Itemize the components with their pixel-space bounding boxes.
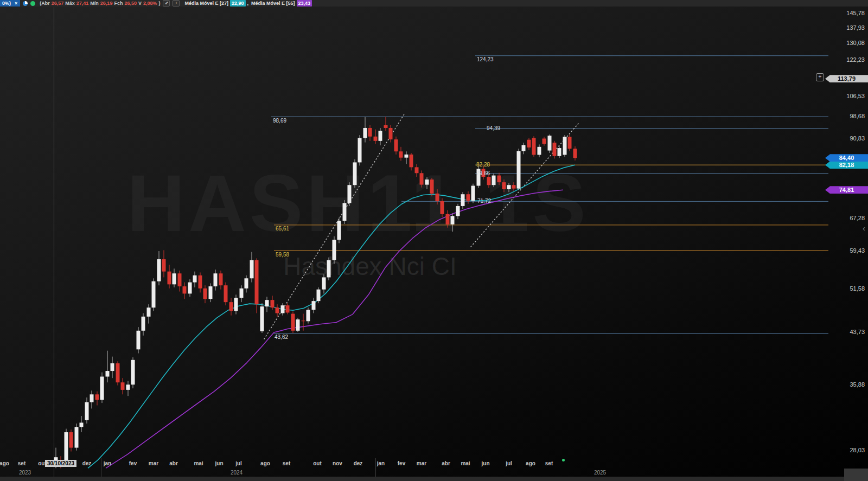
y-axis-tick-label[interactable]: 51,58	[829, 285, 865, 292]
candlestick	[219, 273, 223, 285]
candlestick	[487, 177, 491, 185]
panel-collapse-handle[interactable]: ‹	[863, 223, 865, 233]
candlestick	[65, 432, 68, 462]
candlestick	[548, 136, 552, 150]
candlestick	[507, 185, 511, 189]
candlestick	[271, 300, 275, 307]
x-axis-month-label[interactable]: set	[18, 460, 25, 466]
moving-average-line	[106, 190, 563, 468]
ma27-price-badge: 82,18	[825, 161, 868, 169]
add-indicator-button[interactable]: +	[173, 0, 180, 7]
candlestick	[214, 273, 218, 286]
high-label: Máx	[65, 0, 75, 7]
y-axis-tick-label[interactable]: 43,73	[829, 329, 865, 335]
x-axis-month-label[interactable]: ago	[260, 460, 270, 466]
y-axis-tick-label[interactable]: 28,03	[829, 447, 865, 453]
ma55-label: Média Móvel E [55]	[251, 0, 295, 7]
x-axis-month-label[interactable]: jul	[506, 460, 512, 466]
crosshair-price-badge: 113,79	[825, 75, 868, 82]
y-axis-tick-label[interactable]: 106,53	[829, 93, 865, 99]
close-paren: )	[158, 0, 160, 7]
x-axis-month-label[interactable]: ago	[526, 460, 535, 466]
candlestick	[522, 145, 526, 151]
candlestick	[446, 214, 450, 225]
x-axis-month-label[interactable]: jan	[104, 460, 111, 466]
candlestick	[307, 310, 310, 321]
y-axis-tick-label[interactable]: 35,88	[829, 381, 865, 388]
x-axis-month-label[interactable]: mar	[417, 460, 426, 466]
connection-icon	[23, 1, 28, 6]
candlestick	[224, 285, 228, 302]
candlestick	[173, 273, 176, 284]
y-axis-tick-label[interactable]: 90,83	[829, 135, 865, 142]
candlestick	[276, 307, 279, 313]
candlestick	[312, 301, 316, 310]
candlestick	[327, 260, 331, 278]
x-axis-month-label[interactable]: out	[313, 460, 322, 466]
candlestick	[193, 275, 197, 283]
collapse-readout-button[interactable]: ⬋	[163, 0, 170, 7]
candlestick	[374, 137, 378, 141]
candlestick	[538, 147, 541, 155]
x-axis-month-label[interactable]: set	[283, 460, 290, 466]
candlestick	[363, 128, 367, 138]
candlestick	[333, 240, 336, 260]
x-axis-month-label[interactable]: mai	[461, 460, 470, 466]
ma27-legend[interactable]: Média Móvel E [27] 22,90 ,	[184, 0, 248, 7]
candlestick	[436, 194, 439, 201]
y-axis-tick-label[interactable]: 137,93	[829, 24, 865, 31]
candlestick	[451, 216, 455, 224]
x-axis-month-label[interactable]: jun	[482, 460, 490, 466]
candlestick	[131, 360, 135, 384]
trendline	[471, 124, 578, 247]
x-axis-month-label[interactable]: jan	[377, 460, 385, 466]
open-label: (Abr	[40, 0, 50, 7]
x-axis-month-label[interactable]: jun	[215, 460, 224, 466]
close-icon[interactable]: ×	[15, 0, 17, 7]
price-level-label: 79,66	[476, 170, 490, 176]
y-axis-tick-label[interactable]: 59,43	[829, 247, 865, 254]
x-axis-month-label[interactable]: fev	[398, 460, 405, 466]
candlestick	[322, 277, 326, 289]
y-axis-tick-label[interactable]: 145,78	[829, 10, 865, 16]
x-axis-month-label[interactable]: nov	[333, 460, 342, 466]
high-value: 27,41	[76, 0, 89, 7]
y-axis-tick-label[interactable]: 122,23	[829, 56, 865, 63]
candlestick-chart-canvas[interactable]	[0, 0, 868, 481]
candlestick	[260, 306, 264, 331]
x-axis-year-label: 2025	[594, 470, 606, 476]
x-axis-month-label[interactable]: mar	[149, 460, 158, 466]
x-axis-month-label[interactable]: set	[545, 460, 553, 466]
chart-toolbar: 0%) × (Abr 26,57 Máx 27,41 Mín 26,19 Fch…	[0, 0, 868, 7]
scrollbar-corner[interactable]	[844, 469, 868, 481]
x-axis-month-label[interactable]: dez	[354, 460, 363, 466]
y-axis-tick-label[interactable]: 67,28	[829, 215, 865, 221]
candlestick	[106, 371, 110, 376]
low-value: 26,19	[100, 0, 113, 7]
x-axis-month-label[interactable]: dez	[82, 460, 92, 466]
candlestick	[142, 317, 145, 331]
ma27-value-chip: 22,90	[230, 0, 246, 7]
var-label: V	[138, 0, 142, 7]
candlestick	[121, 382, 125, 390]
axis-add-order-icon[interactable]: +	[816, 73, 824, 81]
candlestick	[281, 305, 285, 313]
x-axis-month-label[interactable]: jul	[235, 460, 242, 466]
candlestick	[234, 298, 238, 311]
x-axis-month-label[interactable]: abr	[169, 460, 178, 466]
x-axis-month-label[interactable]: ago	[0, 460, 9, 466]
candlestick	[245, 278, 248, 288]
candlestick	[542, 139, 546, 144]
y-axis-tick-label[interactable]: 130,08	[829, 40, 865, 46]
symbol-tab[interactable]: 0%) ×	[0, 0, 20, 7]
horizontal-scrollbar[interactable]	[0, 477, 868, 481]
low-label: Mín	[90, 0, 99, 7]
y-axis-tick-label[interactable]: 98,68	[829, 113, 865, 119]
candlestick	[265, 300, 269, 306]
x-axis-month-label[interactable]: mai	[194, 460, 203, 466]
x-axis-month-label[interactable]: abr	[442, 460, 450, 466]
ma55-legend[interactable]: Média Móvel E [55] 23,43	[251, 0, 312, 7]
candlestick	[358, 138, 362, 162]
candlestick	[425, 179, 429, 185]
x-axis-month-label[interactable]: fev	[129, 460, 137, 466]
